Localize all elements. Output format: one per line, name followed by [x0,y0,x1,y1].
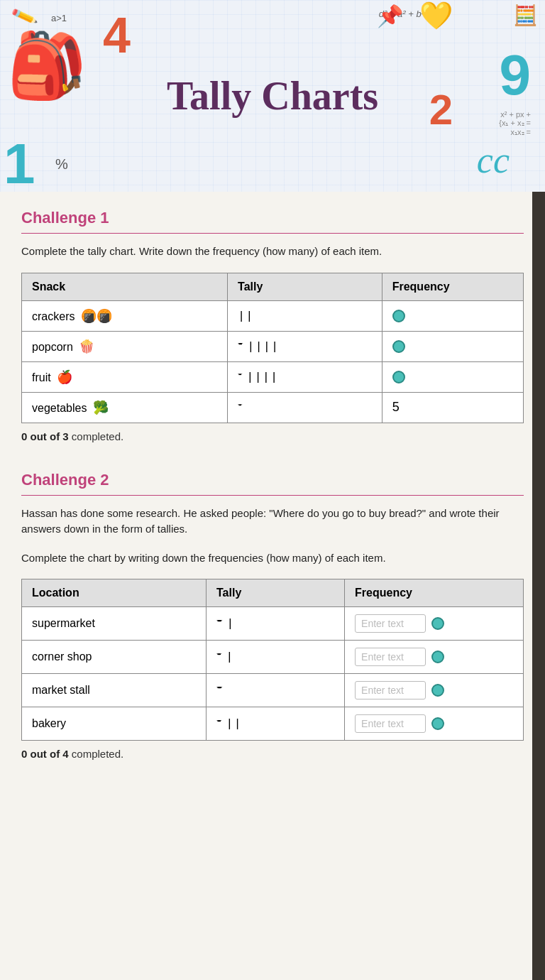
freq-input-corner-shop[interactable] [355,648,426,666]
snack-popcorn: popcorn 🍿 [22,331,228,361]
table-row: corner shop 𝄻𝄻 | [22,641,524,674]
tally-marks-crackers: || [238,310,253,323]
freq-input-group-bakery [355,714,513,733]
table-row: crackers 🍘🍘 || [22,300,524,331]
percent-icon: % [55,156,68,173]
pin-icon: 📌 [377,4,403,28]
freq-input-group-supermarket [355,614,513,633]
freq-market-stall [345,674,524,707]
freq-vegetables: 5 [382,392,523,423]
header-section: ✏️ a>1 4 🎒 1 % d² = a² + b² 📌 💛 🧮 9 2 x²… [0,0,545,192]
location-bakery: bakery [22,707,207,741]
freq-dot-supermarket [431,617,444,630]
table-row: supermarket 𝄻𝄻𝄻 | [22,607,524,641]
deco-number-1: 1 [4,131,35,192]
tally-vegetables: 𝄻 [228,392,382,423]
table-row: market stall 𝄻𝄻𝄻 [22,674,524,707]
freq-dot-bakery [431,717,444,730]
page-title: Tally Charts [167,73,378,119]
tally-popcorn: 𝄻𝄻 |||| [228,331,382,361]
freq-value-vegetables: 5 [392,400,400,414]
freq-input-bakery[interactable] [355,714,426,733]
tally-market-stall: 𝄻𝄻𝄻 [207,674,345,707]
snack-crackers: crackers 🍘🍘 [22,300,228,331]
challenge-2-table: Location Tally Frequency supermarket 𝄻𝄻𝄻… [21,579,524,741]
challenge-1-table: Snack Tally Frequency crackers 🍘🍘 || pop… [21,273,524,423]
challenge-1-section: Challenge 1 Complete the tally chart. Wr… [21,209,524,442]
freq-dot-crackers [392,310,405,322]
challenge-1-progress: 0 out of 3 completed. [21,430,524,442]
col-frequency: Frequency [382,273,523,300]
cursive-deco: cc [477,139,510,181]
table-row: vegetables 🥦 𝄻 5 [22,392,524,423]
challenge-2-progress-strong: 0 out of 4 [21,748,69,760]
challenge-1-desc: Complete the tally chart. Write down the… [21,244,524,260]
challenge-2-section: Challenge 2 Hassan has done some researc… [21,464,524,761]
col-location: Location [22,579,207,607]
math-formula-a: a>1 [51,13,67,23]
tally-corner-shop: 𝄻𝄻 | [207,641,345,674]
freq-corner-shop [345,641,524,674]
vegetables-emoji: 🥦 [93,401,109,415]
main-content: Challenge 1 Complete the tally chart. Wr… [0,192,545,980]
tally-fruit: 𝄻 |||| [228,361,382,392]
location-market-stall: market stall [22,674,207,707]
popcorn-emoji: 🍿 [79,339,94,354]
freq-crackers [382,300,523,331]
col-tally-2: Tally [207,579,345,607]
challenge-2-progress: 0 out of 4 completed. [21,748,524,760]
deco-number-2: 2 [429,85,453,134]
deco-number-9: 9 [500,43,532,108]
challenge-2-divider [21,495,524,496]
math-formula-x: x² + px +{x₁ + x₂ = x₁x₂ = [499,110,531,137]
deco-number-4: 4 [103,7,131,64]
freq-dot-popcorn [392,340,405,353]
freq-input-group-corner-shop [355,648,513,666]
location-corner-shop: corner shop [22,641,207,674]
challenge-2-title: Challenge 2 [21,471,524,489]
backpack-icon: 🎒 [7,28,87,103]
pencil-icon: ✏️ [10,2,39,31]
freq-dot-corner-shop [431,650,444,663]
tally-marks-fruit: 𝄻 |||| [238,371,278,384]
tally-supermarket: 𝄻𝄻𝄻 | [207,607,345,641]
tally-marks-bakery: 𝄻𝄻 || [216,717,242,731]
challenge-2-desc2: Complete the chart by writing down the f… [21,550,524,567]
ring-icon: 💛 [419,0,453,31]
fruit-emoji: 🍎 [57,370,72,384]
challenge-1-divider [21,233,524,234]
tally-marks-corner-shop: 𝄻𝄻 | [216,650,233,664]
col-tally: Tally [228,273,382,300]
challenge-1-title: Challenge 1 [21,209,524,227]
snack-vegetables: vegetables 🥦 [22,392,228,423]
tally-crackers: || [228,300,382,331]
location-supermarket: supermarket [22,607,207,641]
scrollbar[interactable] [532,192,545,980]
calculator-icon: 🧮 [513,4,538,27]
table-row: fruit 🍎 𝄻 |||| [22,361,524,392]
snack-fruit: fruit 🍎 [22,361,228,392]
freq-input-market-stall[interactable] [355,681,426,699]
crackers-emoji: 🍘🍘 [81,309,112,323]
tally-marks-vegetables: 𝄻 [238,401,238,415]
table-header-row-2: Location Tally Frequency [22,579,524,607]
tally-marks-popcorn: 𝄻𝄻 |||| [238,340,279,354]
challenge-2-desc1: Hassan has done some research. He asked … [21,506,524,538]
freq-dot-fruit [392,371,405,383]
tally-bakery: 𝄻𝄻 || [207,707,345,741]
freq-input-group-market-stall [355,681,513,699]
freq-input-supermarket[interactable] [355,614,426,633]
col-snack: Snack [22,273,228,300]
freq-bakery [345,707,524,741]
tally-marks-supermarket: 𝄻𝄻𝄻 | [216,617,234,631]
freq-fruit [382,361,523,392]
freq-dot-market-stall [431,684,444,697]
challenge-1-progress-current: 0 out of 3 [21,430,69,442]
table-row: popcorn 🍿 𝄻𝄻 |||| [22,331,524,361]
table-header-row: Snack Tally Frequency [22,273,524,300]
table-row: bakery 𝄻𝄻 || [22,707,524,741]
col-frequency-2: Frequency [345,579,524,607]
tally-marks-market-stall: 𝄻𝄻𝄻 [216,684,219,697]
freq-popcorn [382,331,523,361]
freq-supermarket [345,607,524,641]
